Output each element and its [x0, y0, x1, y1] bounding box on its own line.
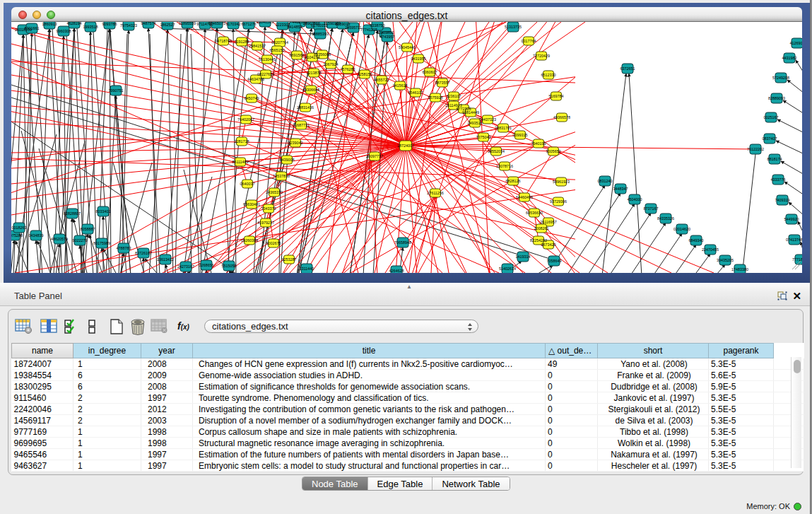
svg-text:82889093: 82889093 — [768, 96, 785, 100]
svg-text:6450749: 6450749 — [245, 96, 259, 100]
svg-text:4333776: 4333776 — [771, 177, 786, 182]
svg-text:76402067: 76402067 — [237, 117, 254, 122]
svg-text:9170342: 9170342 — [226, 22, 241, 26]
svg-text:1860913: 1860913 — [42, 22, 57, 26]
svg-text:74537838: 74537838 — [273, 174, 290, 178]
svg-text:26846563: 26846563 — [257, 22, 273, 24]
svg-text:01687731: 01687731 — [293, 123, 310, 127]
svg-text:5449920: 5449920 — [784, 217, 799, 221]
svg-text:41979237: 41979237 — [257, 221, 274, 225]
svg-text:6338750: 6338750 — [370, 23, 385, 28]
svg-text:8033401: 8033401 — [96, 209, 111, 214]
svg-text:14365370: 14365370 — [266, 190, 283, 194]
svg-text:38831701: 38831701 — [495, 126, 512, 130]
svg-text:76122202: 76122202 — [747, 147, 764, 151]
svg-text:6372651: 6372651 — [620, 66, 635, 71]
svg-text:57249208: 57249208 — [772, 76, 789, 80]
svg-text:0831240: 0831240 — [598, 179, 613, 183]
svg-text:7990751: 7990751 — [109, 88, 124, 93]
svg-text:64460495: 64460495 — [516, 195, 533, 199]
svg-text:8818174: 8818174 — [767, 157, 782, 161]
svg-text:1311440: 1311440 — [300, 267, 314, 271]
svg-text:27611256: 27611256 — [427, 191, 444, 195]
svg-text:8058887: 8058887 — [81, 227, 95, 231]
svg-text:6512330: 6512330 — [541, 73, 556, 77]
svg-text:13078716: 13078716 — [496, 164, 513, 168]
svg-text:24273167: 24273167 — [177, 264, 194, 269]
svg-text:49366578: 49366578 — [553, 115, 570, 119]
svg-text:2008261: 2008261 — [534, 226, 549, 230]
svg-text:51402614: 51402614 — [499, 267, 516, 271]
svg-text:70658948: 70658948 — [394, 240, 411, 245]
svg-text:49306668: 49306668 — [302, 88, 319, 92]
svg-text:24595711: 24595711 — [345, 25, 362, 30]
svg-text:83726167: 83726167 — [135, 251, 152, 255]
svg-text:4504000: 4504000 — [628, 197, 642, 201]
svg-text:08227654: 08227654 — [257, 72, 274, 76]
svg-text:0025167: 0025167 — [764, 115, 779, 119]
svg-text:22470455: 22470455 — [702, 247, 719, 252]
svg-text:4655721: 4655721 — [375, 78, 389, 82]
svg-text:97465075: 97465075 — [208, 22, 225, 25]
svg-text:8414852: 8414852 — [288, 25, 302, 29]
svg-text:72720429: 72720429 — [533, 54, 550, 58]
svg-text:5873557: 5873557 — [435, 81, 450, 85]
svg-text:3191284: 3191284 — [235, 40, 249, 44]
svg-text:0399315: 0399315 — [513, 133, 528, 137]
svg-text:6828126: 6828126 — [506, 179, 521, 183]
svg-text:38885393: 38885393 — [312, 32, 329, 36]
svg-text:86111489: 86111489 — [232, 160, 248, 164]
svg-text:09260309: 09260309 — [241, 238, 258, 243]
svg-text:17483380: 17483380 — [731, 267, 748, 271]
svg-text:1673420: 1673420 — [541, 243, 556, 247]
svg-text:9305652: 9305652 — [546, 149, 561, 153]
svg-text:65630481: 65630481 — [243, 202, 260, 206]
svg-text:50961923: 50961923 — [553, 180, 570, 184]
svg-text:7058649: 7058649 — [547, 259, 562, 263]
svg-text:6439008: 6439008 — [280, 158, 295, 162]
svg-text:7576283: 7576283 — [341, 67, 355, 71]
svg-text:20097737: 20097737 — [366, 154, 383, 158]
svg-text:84335326: 84335326 — [657, 216, 674, 221]
svg-text:9487574: 9487574 — [141, 22, 156, 25]
svg-text:30552034: 30552034 — [488, 149, 505, 153]
svg-text:2213878: 2213878 — [307, 71, 322, 75]
svg-text:6671276: 6671276 — [242, 22, 257, 26]
svg-text:4628194: 4628194 — [67, 22, 82, 25]
svg-text:77741215: 77741215 — [360, 28, 377, 32]
svg-text:2493516: 2493516 — [468, 121, 483, 125]
svg-text:2281718: 2281718 — [235, 139, 249, 144]
svg-text:4788783: 4788783 — [117, 246, 131, 250]
svg-text:4126906: 4126906 — [790, 41, 803, 45]
svg-text:1993518: 1993518 — [83, 25, 98, 29]
svg-text:01895559: 01895559 — [179, 22, 196, 25]
svg-text:4743957: 4743957 — [380, 35, 395, 39]
svg-text:04718746: 04718746 — [215, 39, 232, 43]
svg-text:6360607: 6360607 — [423, 70, 437, 74]
svg-text:0018263: 0018263 — [12, 226, 27, 230]
svg-text:7409319: 7409319 — [775, 198, 790, 202]
svg-text:8737167: 8737167 — [644, 206, 659, 211]
svg-text:77718341: 77718341 — [792, 257, 802, 262]
svg-text:85356068: 85356068 — [314, 52, 331, 57]
svg-text:0239042: 0239042 — [288, 141, 303, 145]
svg-text:02014620: 02014620 — [673, 227, 690, 231]
svg-text:0317764: 0317764 — [522, 39, 536, 43]
svg-text:1419314: 1419314 — [516, 255, 531, 259]
svg-text:5169784: 5169784 — [549, 94, 564, 98]
svg-text:7375043: 7375043 — [476, 135, 491, 139]
svg-text:3448347: 3448347 — [613, 187, 628, 191]
svg-text:13613412: 13613412 — [157, 257, 174, 262]
svg-text:0431955: 0431955 — [411, 57, 426, 61]
svg-text:9022279: 9022279 — [73, 238, 88, 243]
svg-text:60536630: 60536630 — [526, 211, 543, 215]
svg-text:6691564: 6691564 — [290, 53, 305, 57]
svg-text:1258153: 1258153 — [358, 72, 372, 76]
svg-text:82828807: 82828807 — [64, 211, 81, 216]
svg-text:0434839: 0434839 — [29, 233, 44, 238]
svg-text:60207764: 60207764 — [271, 40, 288, 45]
svg-text:6236107: 6236107 — [447, 94, 461, 98]
svg-text:48620579: 48620579 — [51, 237, 68, 241]
svg-text:1415618: 1415618 — [393, 83, 408, 88]
svg-text:28831436: 28831436 — [297, 105, 314, 110]
